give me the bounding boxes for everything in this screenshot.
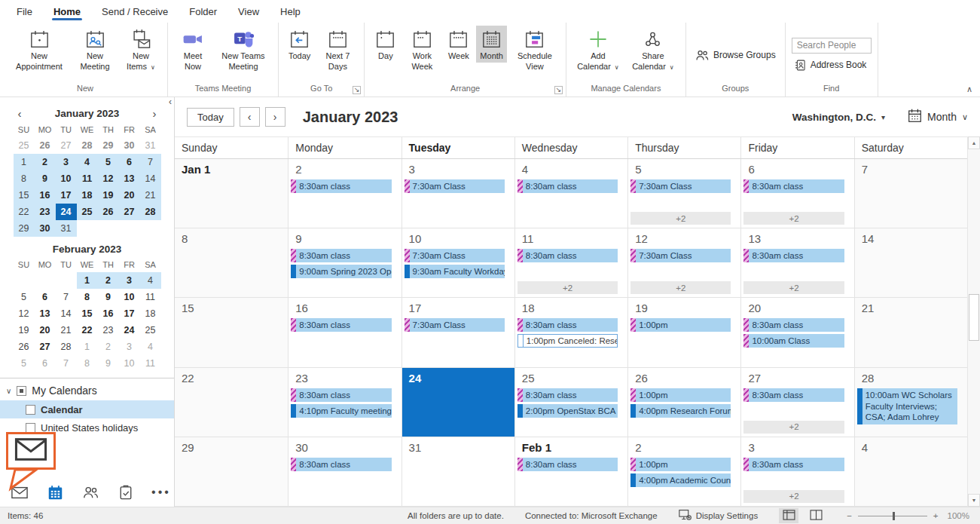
calendar-list-item-calendar[interactable]: Calendar [0,400,174,418]
mini-day[interactable]: 11 [140,289,161,305]
mini-day[interactable]: 4 [77,154,98,170]
menu-send-receive[interactable]: Send / Receive [91,2,179,23]
day-cell-2[interactable]: 21:00pm4:00pm Academic Counci… [627,437,740,507]
menu-view[interactable]: View [227,2,270,23]
mini-day[interactable]: 2 [35,154,56,170]
today-button[interactable]: Today [187,108,234,127]
mini-day[interactable]: 25 [14,137,35,154]
day-cell-2[interactable]: 28:30am class [288,159,401,228]
mini-day[interactable]: 13 [35,305,56,322]
mini-day[interactable]: 5 [14,289,35,305]
mini-day[interactable]: 22 [77,322,98,339]
scrollbar-track[interactable] [968,149,980,494]
ribbon-button-browse-groups[interactable]: Browse Groups [692,47,779,63]
day-cell-6[interactable]: 68:30am class+2 [740,159,853,228]
mini-day[interactable]: 7 [56,289,77,305]
mini-day[interactable]: 1 [77,272,98,289]
mini-day[interactable]: 10 [119,355,140,372]
ribbon-button-next-7-days[interactable]: Next 7 Days [317,26,358,73]
event[interactable]: 8:30am class [291,249,391,262]
next-month-icon[interactable]: › [148,107,160,120]
ribbon-button-day[interactable]: Day [371,26,400,63]
ribbon-button-new-meeting[interactable]: New Meeting [72,26,118,73]
ribbon-button-new-teams-meeting[interactable]: TNew Teams Meeting [215,26,272,73]
mini-day[interactable]: 21 [140,187,161,204]
ribbon-button-work-week[interactable]: Work Week [403,26,441,73]
mini-day[interactable]: 2 [98,339,119,355]
event[interactable]: 4:10pm Faculty meeting … [291,404,391,418]
mini-day[interactable]: 25 [140,322,161,339]
mini-day[interactable]: 28 [56,339,77,355]
event[interactable]: 8:30am class [743,458,844,471]
ribbon-button-new-items[interactable]: New Items ∨ [121,26,161,73]
event[interactable]: 8:30am class [291,388,391,402]
mini-day[interactable]: 18 [77,187,98,204]
mini-day[interactable]: 23 [35,204,56,220]
day-cell-feb-1[interactable]: Feb 18:30am class [514,437,627,507]
normal-view-button[interactable] [779,508,798,523]
mini-day[interactable]: 26 [35,137,56,154]
day-cell-16[interactable]: 168:30am class [288,298,401,367]
mini-day[interactable]: 3 [119,339,140,355]
mini-day[interactable]: 25 [77,204,98,220]
day-cell-17[interactable]: 177:30am Class [401,298,514,367]
event[interactable]: 8:30am class [517,249,618,262]
day-cell-30[interactable]: 308:30am class [288,437,401,507]
more-events[interactable]: +2 [630,212,731,225]
day-cell-20[interactable]: 208:30am class10:00am Class [740,298,853,367]
mini-day[interactable]: 30 [35,220,56,237]
day-cell-24[interactable]: 24 [401,368,514,437]
event[interactable]: 10:00am Class [743,334,844,348]
day-cell-14[interactable]: 14 [854,228,967,298]
menu-help[interactable]: Help [270,2,311,23]
mini-day[interactable]: 23 [98,322,119,339]
event[interactable]: 1:00pm [630,458,731,471]
event[interactable]: 8:30am class [291,179,391,193]
mini-day[interactable]: 7 [140,154,161,170]
dialog-launcher-icon[interactable]: ↘ [554,86,563,94]
day-cell-3[interactable]: 38:30am class+2 [740,437,853,507]
menu-file[interactable]: File [6,2,43,23]
mini-day[interactable]: 1 [14,154,35,170]
dialog-launcher-icon[interactable]: ↘ [353,86,361,94]
event[interactable]: 8:30am class [743,318,844,332]
scrollbar-thumb[interactable] [969,294,979,341]
mini-day[interactable]: 3 [56,154,77,170]
event[interactable]: 7:30am Class [405,318,505,332]
mini-day[interactable]: 13 [119,170,140,187]
my-calendars-header[interactable]: ∨ My Calendars [0,378,174,400]
weather-location[interactable]: Washington, D.C. ▾ [792,112,885,123]
day-cell-23[interactable]: 238:30am class4:10pm Faculty meeting … [288,368,401,437]
day-cell-3[interactable]: 37:30am Class [401,159,514,228]
display-settings-button[interactable]: Display Settings [679,509,758,522]
previous-month-icon[interactable]: ‹ [14,107,26,120]
event[interactable]: 9:00am Spring 2023 Ope… [291,265,391,278]
nav-calendar-icon[interactable] [46,483,64,501]
day-cell-28[interactable]: 2810:00am WC Scholars Faculty Interviews… [854,368,967,437]
mini-day[interactable]: 22 [14,204,35,220]
mini-day[interactable]: 9 [98,289,119,305]
event[interactable]: 8:30am class [517,388,618,402]
day-cell-12[interactable]: 127:30am Class+2 [627,228,740,298]
more-events[interactable]: +2 [743,490,844,503]
search-people-input[interactable] [792,38,872,54]
view-selector[interactable]: Month ∨ [908,109,968,125]
day-cell-4[interactable]: 4 [854,437,967,507]
mini-day[interactable]: 4 [140,339,161,355]
event[interactable]: 8:30am class [517,179,618,193]
previous-month-button[interactable]: ‹ [240,107,260,127]
mini-day[interactable]: 9 [98,355,119,372]
ribbon-button-today[interactable]: Today [285,26,314,63]
mini-day[interactable]: 16 [35,187,56,204]
day-cell-8[interactable]: 8 [175,228,288,298]
day-cell-25[interactable]: 258:30am class2:00pm OpenStax BCA Ex… [514,368,627,437]
event[interactable]: 1:00pm [630,318,731,332]
mini-day[interactable]: 27 [119,204,140,220]
scroll-down-icon[interactable]: ▼ [968,494,980,507]
mini-day[interactable]: 31 [140,137,161,154]
mini-day[interactable]: 30 [119,137,140,154]
mini-day[interactable]: 15 [14,187,35,204]
event[interactable]: 4:00pm Research Forum … [630,404,731,418]
mini-day[interactable]: 5 [14,355,35,372]
ribbon-button-address-book[interactable]: Address Book [792,58,870,72]
